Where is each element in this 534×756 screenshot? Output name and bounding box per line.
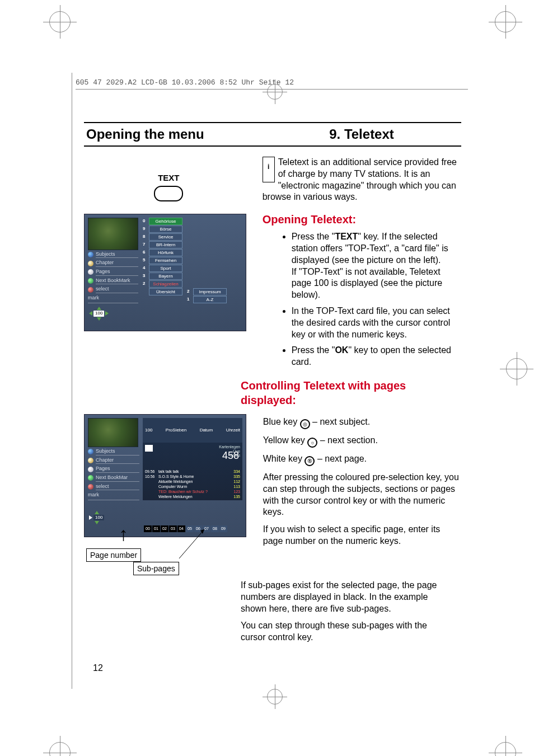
osd-menu: Subjects Chapter Pages Next BookMark sel… <box>88 251 138 303</box>
page-border <box>72 73 72 689</box>
subpage-number: 00 <box>144 525 152 532</box>
card-item: 8Service <box>143 233 182 241</box>
dot-red-icon <box>88 287 93 293</box>
teletext-header: 100 ProSieben Datum Uhrzeit <box>143 418 242 443</box>
triangle-up-icon <box>95 511 99 514</box>
triangle-down-icon <box>97 317 101 321</box>
teletext-line: TED: Brauchen wir Schutz ?123 <box>145 489 240 494</box>
dot-red-icon <box>88 484 93 490</box>
dot-white-icon <box>88 467 93 472</box>
triangle-right-icon <box>89 515 92 520</box>
teletext-line: Weitere Meldungen135 <box>145 494 240 499</box>
screenshot-top-text-cardfile: Subjects Chapter Pages Next BookMark sel… <box>84 214 246 331</box>
sub-paragraph: If sub-pages exist for the selected page… <box>241 580 446 614</box>
page-number-nav: 100 <box>89 307 109 320</box>
svg-line-0 <box>179 529 204 558</box>
teletext-body: Kartenlegen Live Gratis 458 09.56talk ta… <box>143 443 242 500</box>
intro-paragraph: Teletext is an additional service provid… <box>263 157 461 203</box>
triangle-right-icon <box>105 311 109 316</box>
teletext-line: 09.56talk talk talk334 <box>145 469 240 474</box>
card-item: 6Hörfunk <box>143 249 182 256</box>
arrow-diagonal-icon <box>174 525 213 562</box>
arrow-icon: ↑ <box>119 522 128 546</box>
teletext-line: Aktuelle Meldungen112 <box>145 479 240 484</box>
card-item: 2Schlagzeilen <box>143 280 182 288</box>
page-number: 12 <box>93 663 103 674</box>
teletext-big-number: 458 <box>222 449 239 462</box>
card-item: 9Börse <box>143 226 182 233</box>
callout-sub-pages: Sub-pages <box>133 562 179 575</box>
key-line-yellow: Yellow key ☼ – next section. <box>263 435 461 448</box>
callout-page-number: Page number <box>86 548 141 562</box>
teletext-line: Computer Wurm113 <box>145 484 240 489</box>
subpage-number: 01 <box>152 525 160 532</box>
card-item: 0Gehörlose <box>143 218 182 225</box>
osd-menu-label: select <box>96 286 138 293</box>
text-key-label: TEXT <box>84 172 254 184</box>
control-paragraph: After pressing the coloured pre-selectio… <box>263 472 461 518</box>
dot-blue-icon <box>88 252 93 257</box>
bullet-item: In the TOP-Text card file, you can selec… <box>292 306 461 340</box>
title-left: Opening the menu <box>84 125 268 143</box>
dot-green-icon <box>88 475 93 481</box>
page-number-nav: 100 <box>89 511 104 524</box>
triangle-down-icon <box>95 521 99 524</box>
card-item: 7BR-Intern <box>143 241 182 248</box>
section-heading-controlling: Controlling Teletext with pages displaye… <box>241 378 461 407</box>
title-bar: Opening the menu 9. Teletext <box>84 122 461 147</box>
dot-yellow-icon <box>88 458 93 463</box>
card-item: 4Sport <box>143 265 182 272</box>
dot-blue-icon <box>88 449 93 454</box>
title-right: 9. Teletext <box>268 125 456 143</box>
subpage-number: 09 <box>219 525 227 532</box>
yellow-key-icon: ☼ <box>307 438 317 448</box>
white-key-icon: ⦿ <box>305 456 315 466</box>
section-heading-opening: Opening Teletext: <box>263 212 461 227</box>
card-item: 3Bayern <box>143 273 182 280</box>
teletext-line: 10.56S.O.S Style & Home335 <box>145 474 240 479</box>
key-line-blue: Blue key ◎ – next subject. <box>263 416 461 429</box>
page-number-value: 100 <box>93 311 104 316</box>
dot-green-icon <box>88 278 93 284</box>
screenshot-teletext-page: Subjects Chapter Pages Next BookMar sele… <box>84 414 246 537</box>
opening-bullets: Press the "TEXT" key. If the selected st… <box>292 231 461 368</box>
triangle-left-icon <box>89 311 92 316</box>
card-column-1: 0Gehörlose9Börse8Service7BR-Intern6Hörfu… <box>143 218 182 303</box>
card-column-2: 2Impressum1A-Z <box>187 218 227 303</box>
osd-menu: Subjects Chapter Pages Next BookMar sele… <box>88 448 139 500</box>
card-item: 1A-Z <box>187 296 227 303</box>
blue-key-icon: ◎ <box>300 419 310 429</box>
subpage-number: 02 <box>161 525 168 532</box>
osd-mark-label: mark <box>88 295 138 303</box>
text-key-illustration: TEXT <box>84 172 254 201</box>
card-item: 2Impressum <box>187 288 227 295</box>
tv-preview-thumbnail <box>88 418 138 447</box>
triangle-up-icon <box>97 307 101 310</box>
bullet-item: Press the "OK" key to open the selected … <box>292 345 461 368</box>
control-paragraph: If you wish to select a specific page, e… <box>263 524 461 547</box>
info-icon-box: i <box>263 157 275 182</box>
card-item: Übersicht <box>143 288 182 295</box>
bullet-item: Press the "TEXT" key. If the selected st… <box>292 231 461 301</box>
sub-paragraph: You can step through these sub-pages wit… <box>241 620 446 644</box>
callout-group: ↑ Page number Sub-pages <box>84 542 253 575</box>
key-line-white: White key ⦿ – next page. <box>263 453 461 466</box>
tv-preview-thumbnail <box>88 218 138 250</box>
osd-menu-label: Pages <box>96 269 138 276</box>
dot-yellow-icon <box>88 261 93 266</box>
dot-white-icon <box>88 269 93 275</box>
osd-menu-label: Next BookMark <box>96 278 138 285</box>
card-item: 5Fernsehen <box>143 257 182 264</box>
osd-menu-label: Subjects <box>96 251 138 259</box>
text-key-shape <box>154 186 183 201</box>
osd-menu-label: Chapter <box>96 260 138 267</box>
